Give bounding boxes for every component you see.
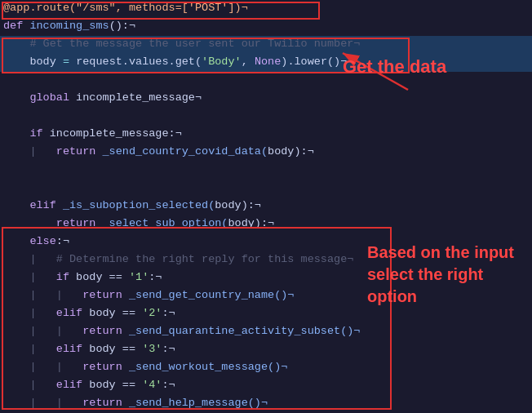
code-line: | | return _send_help_message()¬ [0, 395, 532, 413]
code-line: | return _send_country_covid_data(body):… [0, 144, 532, 162]
input-select-annotation: Based on the input select the right opti… [367, 242, 532, 308]
code-line: def incoming_sms():¬ [0, 18, 532, 36]
line-content: | return _send_country_covid_data(body):… [0, 144, 532, 161]
code-line: | elif body == '4':¬ [0, 377, 532, 395]
line-content: elif _is_suboption_selected(body):¬ [0, 198, 532, 215]
code-line: if incomplete_message:¬ [0, 126, 532, 144]
code-line: body = request.values.get('Body', None).… [0, 54, 532, 72]
code-line [0, 108, 532, 126]
line-content: | elif body == '2':¬ [0, 305, 532, 322]
line-content: def incoming_sms():¬ [0, 18, 532, 35]
code-line: | | return _send_quarantine_activity_sub… [0, 323, 532, 341]
code-line: | elif body == '3':¬ [0, 341, 532, 359]
line-content: if incomplete_message:¬ [0, 126, 532, 143]
line-content: | | return _send_quarantine_activity_sub… [0, 323, 532, 340]
code-lines: @app.route("/sms", methods=['POST'])¬def… [0, 0, 532, 413]
line-content: | elif body == '4':¬ [0, 377, 532, 394]
code-line: elif _is_suboption_selected(body):¬ [0, 198, 532, 215]
line-content: | | return _send_workout_message()¬ [0, 359, 532, 376]
line-content: global incomplete_message¬ [0, 90, 532, 107]
line-content: @app.route("/sms", methods=['POST'])¬ [0, 0, 532, 17]
line-content [0, 108, 532, 125]
line-content [0, 180, 532, 197]
code-line: @app.route("/sms", methods=['POST'])¬ [0, 0, 532, 18]
code-line [0, 162, 532, 180]
line-content: | elif body == '3':¬ [0, 341, 532, 358]
line-content: | | return _send_help_message()¬ [0, 395, 532, 412]
code-line [0, 72, 532, 90]
code-line: global incomplete_message¬ [0, 90, 532, 108]
code-line: # Get the message the user sent our Twil… [0, 36, 532, 54]
line-content: # Get the message the user sent our Twil… [0, 36, 532, 53]
get-data-annotation: Get the data [343, 56, 446, 79]
code-line: return _select_sub_option(body):¬ [0, 215, 532, 233]
code-editor: @app.route("/sms", methods=['POST'])¬def… [0, 0, 532, 413]
line-content: body = request.values.get('Body', None).… [0, 54, 532, 71]
line-content [0, 162, 532, 179]
line-content [0, 72, 532, 89]
code-line: | elif body == '2':¬ [0, 305, 532, 323]
code-line: | | return _send_workout_message()¬ [0, 359, 532, 377]
code-line [0, 180, 532, 198]
line-content: return _select_sub_option(body):¬ [0, 215, 532, 233]
